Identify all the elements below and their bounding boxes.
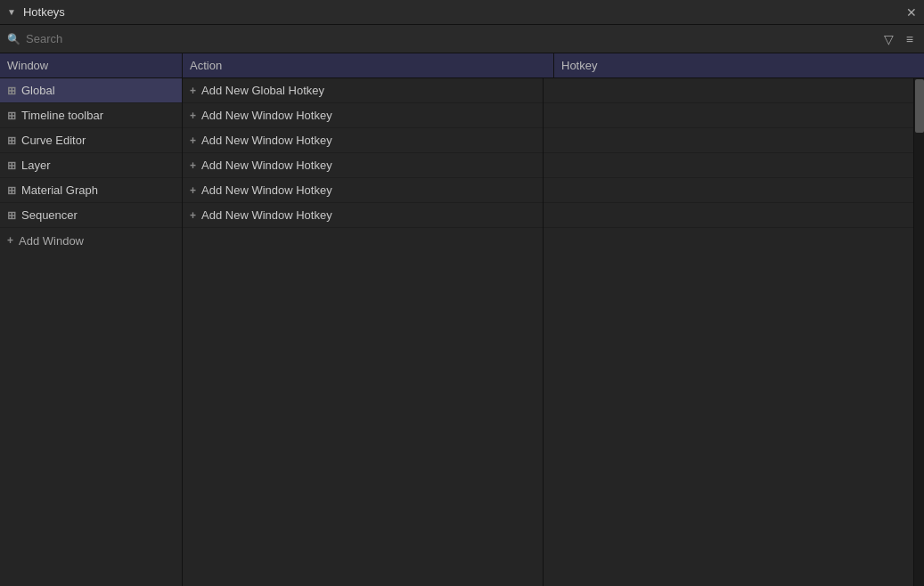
- action-label-window-hotkey-1: Add New Window Hotkey: [201, 109, 332, 122]
- action-plus-icon: +: [190, 134, 196, 147]
- action-plus-icon: +: [190, 85, 196, 97]
- action-plus-icon: +: [190, 110, 196, 122]
- action-panel: + Add New Global Hotkey + Add New Window…: [183, 78, 544, 586]
- expand-icon-timeline-toolbar: ⊞: [7, 110, 16, 122]
- hotkey-row-1: [544, 103, 913, 128]
- sidebar-item-sequencer[interactable]: ⊞ Sequencer: [0, 203, 182, 228]
- window-title: Hotkeys: [23, 5, 65, 19]
- action-label-window-hotkey-5: Add New Window Hotkey: [201, 208, 332, 222]
- action-plus-icon: +: [190, 209, 196, 222]
- hotkey-row-5: [544, 203, 913, 228]
- action-label-window-hotkey-4: Add New Window Hotkey: [201, 183, 332, 197]
- action-plus-icon: +: [190, 159, 196, 172]
- search-input[interactable]: [26, 32, 875, 45]
- action-item-global-hotkey[interactable]: + Add New Global Hotkey: [183, 78, 543, 103]
- window-item-label-curve-editor: Curve Editor: [21, 134, 86, 147]
- column-action: Action: [183, 53, 554, 77]
- column-headers: Window Action Hotkey: [0, 53, 924, 78]
- window-item-label-timeline-toolbar: Timeline toolbar: [21, 109, 103, 122]
- action-item-window-hotkey-3[interactable]: + Add New Window Hotkey: [183, 153, 543, 178]
- close-button[interactable]: ✕: [906, 6, 917, 19]
- dropdown-arrow-icon[interactable]: ▼: [7, 7, 16, 17]
- add-window-icon: +: [7, 234, 13, 247]
- expand-icon-global: ⊞: [7, 85, 16, 97]
- scrollbar-thumb[interactable]: [915, 79, 924, 133]
- search-tools: ▽ ≡: [880, 30, 917, 48]
- action-item-window-hotkey-4[interactable]: + Add New Window Hotkey: [183, 178, 543, 203]
- sidebar-item-layer[interactable]: ⊞ Layer: [0, 153, 182, 178]
- sidebar-item-global[interactable]: ⊞ Global: [0, 78, 182, 103]
- expand-icon-material-graph: ⊞: [7, 184, 16, 197]
- column-hotkey: Hotkey: [554, 53, 924, 77]
- expand-icon-layer: ⊞: [7, 159, 16, 172]
- add-window-label: Add Window: [19, 234, 84, 248]
- window-item-label-material-graph: Material Graph: [21, 183, 98, 197]
- add-window-item[interactable]: + Add Window: [0, 228, 182, 253]
- action-item-window-hotkey-1[interactable]: + Add New Window Hotkey: [183, 103, 543, 128]
- action-plus-icon: +: [190, 184, 196, 197]
- hotkey-row-0: [544, 78, 913, 103]
- expand-icon-sequencer: ⊞: [7, 209, 16, 222]
- window-item-label-sequencer: Sequencer: [21, 208, 78, 222]
- search-bar: 🔍 ▽ ≡: [0, 25, 924, 53]
- expand-icon-curve-editor: ⊞: [7, 134, 16, 147]
- menu-button[interactable]: ≡: [903, 30, 917, 48]
- scrollbar[interactable]: [913, 78, 924, 586]
- filter-button[interactable]: ▽: [880, 30, 897, 48]
- sidebar-item-timeline-toolbar[interactable]: ⊞ Timeline toolbar: [0, 103, 182, 128]
- hotkey-row-2: [544, 128, 913, 153]
- action-label-window-hotkey-2: Add New Window Hotkey: [201, 134, 332, 147]
- window-panel: ⊞ Global ⊞ Timeline toolbar ⊞ Curve Edit…: [0, 78, 183, 586]
- action-item-window-hotkey-2[interactable]: + Add New Window Hotkey: [183, 128, 543, 153]
- action-item-window-hotkey-5[interactable]: + Add New Window Hotkey: [183, 203, 543, 228]
- action-label-global-hotkey: Add New Global Hotkey: [201, 84, 324, 97]
- title-bar: ▼ Hotkeys ✕: [0, 0, 924, 25]
- content-area: ⊞ Global ⊞ Timeline toolbar ⊞ Curve Edit…: [0, 78, 924, 586]
- title-bar-left: ▼ Hotkeys: [7, 5, 65, 19]
- hotkey-panel: [544, 78, 913, 586]
- search-icon: 🔍: [7, 33, 20, 45]
- hotkey-row-4: [544, 178, 913, 203]
- sidebar-item-material-graph[interactable]: ⊞ Material Graph: [0, 178, 182, 203]
- hotkey-row-3: [544, 153, 913, 178]
- column-window: Window: [0, 53, 183, 77]
- sidebar-item-curve-editor[interactable]: ⊞ Curve Editor: [0, 128, 182, 153]
- action-label-window-hotkey-3: Add New Window Hotkey: [201, 159, 332, 172]
- window-item-label-global: Global: [21, 84, 55, 97]
- window-item-label-layer: Layer: [21, 159, 51, 172]
